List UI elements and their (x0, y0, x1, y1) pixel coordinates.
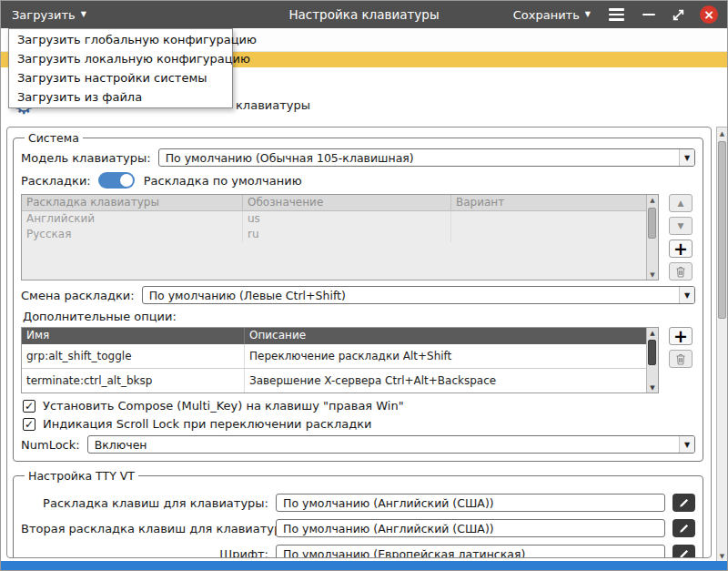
table-row[interactable]: Русская ru (22, 227, 658, 242)
edit-button[interactable] (672, 494, 695, 512)
compose-checkbox-row[interactable]: ✓ Установить Compose (Multi_Key) на клав… (23, 399, 695, 413)
tty-layout2-label: Вторая раскладка клавиш для клавиатуры: (21, 522, 268, 535)
column-header: Описание (245, 328, 658, 344)
layouts-table-scrollbar[interactable]: ▲ ▼ (646, 195, 658, 280)
keyboard-model-row: Модель клавиатуры: По умолчанию (Обычная… (21, 148, 695, 167)
numlock-select[interactable]: Включен ▼ (87, 435, 695, 454)
trash-icon (675, 266, 686, 278)
tty-layout2-row: Вторая раскладка клавиш для клавиатуры: … (21, 519, 695, 537)
scrollbar-thumb[interactable] (718, 141, 726, 319)
numlock-label: NumLock: (21, 438, 80, 452)
scroll-up-icon[interactable]: ▲ (647, 195, 658, 205)
menu-item-load-file[interactable]: Загрузить из файла (9, 87, 232, 107)
tty-font-row: Шрифт: По умолчанию (Европейская латинск… (21, 545, 695, 558)
column-header: Вариант (451, 195, 658, 210)
delete-layout-button[interactable] (669, 262, 693, 280)
options-table-header: Имя Описание (22, 328, 658, 344)
column-header: Имя (22, 328, 245, 344)
options-table: Имя Описание grp:alt_shift_toggle Перекл… (21, 327, 659, 393)
table-row[interactable]: Английский us (22, 211, 658, 227)
pencil-icon (679, 523, 690, 534)
layouts-table-wrap: Раскладка клавиатуры Обозначение Вариант… (21, 194, 695, 280)
numlock-value: Включен (88, 438, 679, 452)
scroll-up-icon[interactable]: ▲ (717, 127, 727, 139)
move-up-button[interactable]: ▲ (669, 194, 693, 212)
chevron-down-icon: ▼ (679, 149, 694, 166)
checkbox-checked-icon[interactable]: ✓ (23, 418, 35, 431)
scrollbar-thumb[interactable] (648, 340, 656, 365)
bottom-accent-bar (1, 561, 727, 570)
scrolllock-checkbox-label: Индикация Scroll Lock при переключении р… (43, 417, 371, 431)
layouts-row: Раскладки: Раскладка по умолчанию (21, 172, 695, 189)
system-group: Система Модель клавиатуры: По умолчанию … (13, 131, 703, 462)
layout-switch-row: Смена раскладки: По умолчанию (Левые Ctr… (21, 286, 695, 304)
layout-switch-value: По умолчанию (Левые Ctrl+Shift) (143, 289, 679, 302)
keyboard-model-value: По умолчанию (Обычная 105-клавишная) (159, 151, 679, 165)
default-layout-toggle-label: Раскладка по умолчанию (144, 174, 302, 188)
trash-icon (675, 353, 686, 365)
main-scrollbar[interactable]: ▲ ▼ (716, 127, 728, 563)
save-menu-button[interactable]: Сохранить ▼ (511, 8, 592, 22)
scrollbar-thumb[interactable] (648, 208, 656, 239)
keyboard-model-select[interactable]: По умолчанию (Обычная 105-клавишная) ▼ (158, 148, 695, 167)
chevron-down-icon: ▼ (679, 436, 694, 453)
checkbox-checked-icon[interactable]: ✓ (23, 400, 35, 413)
titlebar: Загрузить ▼ Настройка клавиатуры Сохрани… (1, 1, 727, 28)
settings-viewport: Система Модель клавиатуры: По умолчанию … (6, 127, 712, 558)
pencil-icon (679, 497, 690, 508)
layouts-table-header: Раскладка клавиатуры Обозначение Вариант (22, 195, 658, 211)
system-group-legend: Система (25, 131, 83, 145)
save-menu-label: Сохранить (513, 8, 580, 22)
layouts-label: Раскладки: (21, 174, 91, 188)
table-row[interactable]: grp:alt_shift_toggle Переключение раскла… (22, 344, 658, 369)
options-table-scrollbar[interactable]: ▲ ▼ (646, 328, 658, 393)
page-title-fragment: клавиатуры (236, 98, 310, 112)
tty-group-legend: Настройка TTY VT (25, 469, 138, 483)
options-table-buttons: + (666, 327, 695, 393)
menu-item-load-local[interactable]: Загрузить локальную конфигурацию (9, 49, 232, 68)
layout-switch-select[interactable]: По умолчанию (Левые Ctrl+Shift) ▼ (142, 286, 695, 304)
scroll-down-icon[interactable]: ▼ (647, 382, 658, 393)
table-row[interactable]: terminate:ctrl_alt_bksp Завершение X-сер… (22, 369, 658, 393)
window-title: Настройка клавиатуры (288, 7, 439, 22)
layouts-table: Раскладка клавиатуры Обозначение Вариант… (21, 194, 659, 280)
menu-item-load-system[interactable]: Загрузить настройки системы (9, 68, 232, 87)
tty-layout-label: Раскладка клавиш для клавиатуры: (21, 496, 268, 510)
tty-layout-field[interactable]: По умолчанию (Английский (США)) (276, 494, 665, 512)
toggle-knob (120, 174, 133, 187)
chevron-down-icon: ▼ (679, 287, 694, 303)
minimize-icon[interactable] (642, 14, 655, 16)
tty-layout2-field[interactable]: По умолчанию (Английский (США)) (276, 519, 665, 537)
load-menu-label: Загрузить (12, 8, 76, 22)
numlock-row: NumLock: Включен ▼ (21, 435, 695, 454)
tty-group: Настройка TTY VT Раскладка клавиш для кл… (13, 469, 703, 558)
tty-font-field[interactable]: По умолчанию (Европейская латинская) (276, 545, 665, 558)
column-header: Раскладка клавиатуры (22, 195, 243, 210)
tty-layout-row: Раскладка клавиш для клавиатуры: По умол… (21, 494, 695, 512)
scrolllock-checkbox-row[interactable]: ✓ Индикация Scroll Lock при переключении… (23, 417, 695, 431)
keyboard-model-label: Модель клавиатуры: (21, 151, 151, 165)
scroll-down-icon[interactable]: ▼ (647, 270, 658, 280)
move-down-button[interactable]: ▼ (669, 217, 693, 235)
edit-button[interactable] (672, 545, 695, 558)
chevron-down-icon: ▼ (585, 11, 591, 18)
keyboard-settings-window: Загрузить ▼ Настройка клавиатуры Сохрани… (0, 0, 728, 571)
expand-icon[interactable] (672, 8, 685, 22)
menu-item-load-global[interactable]: Загрузить глобальную конфигурацию (9, 30, 232, 49)
delete-option-button[interactable] (669, 350, 693, 368)
default-layout-toggle[interactable] (98, 172, 135, 189)
compose-checkbox-label: Установить Compose (Multi_Key) на клавиш… (43, 399, 404, 413)
close-icon[interactable]: × (700, 5, 718, 24)
options-label: Дополнительные опции: (23, 310, 695, 323)
layout-switch-label: Смена раскладки: (21, 289, 135, 302)
tty-font-label: Шрифт: (21, 547, 268, 559)
add-layout-button[interactable]: + (669, 240, 693, 258)
hamburger-menu-icon[interactable] (607, 5, 626, 25)
load-dropdown-menu: Загрузить глобальную конфигурацию Загруз… (8, 28, 233, 108)
chevron-down-icon: ▼ (81, 11, 86, 18)
edit-button[interactable] (672, 519, 695, 537)
pencil-icon (679, 548, 690, 558)
add-option-button[interactable]: + (669, 327, 693, 345)
load-menu-button[interactable]: Загрузить ▼ (1, 1, 97, 28)
scroll-up-icon[interactable]: ▲ (647, 328, 658, 338)
